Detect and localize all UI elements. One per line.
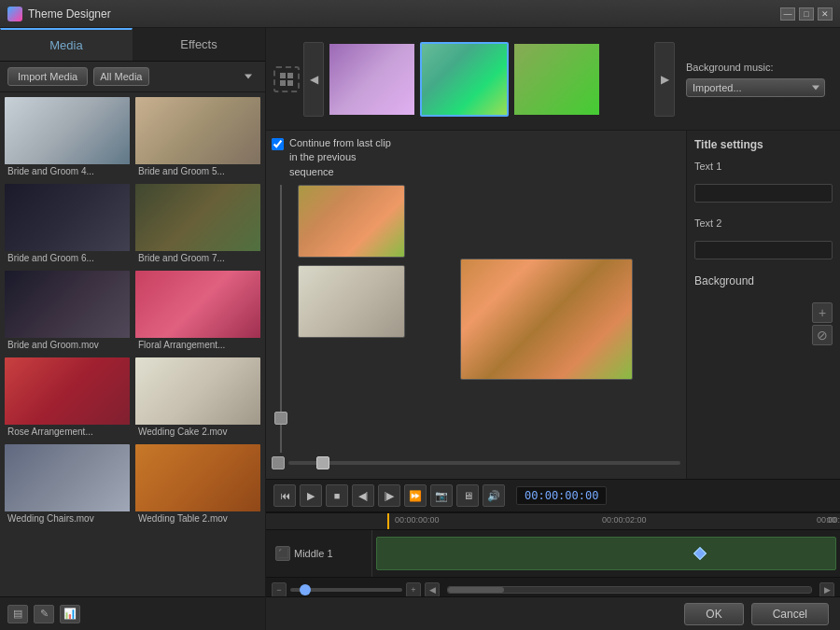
- h-slider-top-handle[interactable]: [272, 456, 285, 469]
- transport-bar: ⏮ ▶ ■ ◀| |▶ ⏩ 📷 🖥 🔊 00:00:00:00: [266, 479, 840, 512]
- background-remove-button[interactable]: ⊘: [812, 325, 833, 345]
- select-arrow-icon: [245, 75, 252, 79]
- svg-rect-3: [287, 80, 293, 86]
- timeline-left-button[interactable]: ◀: [425, 582, 440, 597]
- track-label: Middle 1: [294, 548, 333, 559]
- list-item[interactable]: Bride and Groom.mov: [4, 270, 131, 353]
- fast-forward-button[interactable]: ⏩: [404, 484, 427, 507]
- add-theme-button[interactable]: [273, 66, 300, 92]
- maximize-button[interactable]: □: [799, 7, 814, 21]
- media-item-label: Bride and Groom 4...: [5, 164, 130, 178]
- title-bar-left: Theme Designer: [7, 7, 111, 21]
- preview-area: [413, 185, 680, 453]
- text2-input[interactable]: [694, 241, 833, 259]
- theme-next-button[interactable]: ▶: [654, 42, 675, 117]
- close-button[interactable]: ✕: [818, 7, 833, 21]
- background-music-select[interactable]: Imported... None Custom: [686, 78, 825, 97]
- clip-thumb-dress[interactable]: [298, 265, 405, 338]
- add-to-timeline-button[interactable]: ▤: [7, 605, 28, 623]
- list-item[interactable]: Rose Arrangement...: [4, 357, 131, 440]
- text1-label: Text 1: [694, 161, 833, 172]
- background-music-section: Background music: Imported... None Custo…: [679, 56, 833, 103]
- list-item[interactable]: Bride and Groom 6...: [4, 183, 131, 266]
- stop-button[interactable]: ■: [326, 484, 348, 507]
- background-add-button[interactable]: +: [812, 302, 833, 323]
- list-item[interactable]: Bride and Groom 7...: [134, 183, 261, 266]
- right-panel: ◀ ▶ Background music: Imported...: [266, 28, 840, 630]
- text1-input[interactable]: [694, 184, 833, 203]
- edit-button[interactable]: ✎: [34, 605, 54, 623]
- tab-media[interactable]: Media: [0, 28, 133, 61]
- theme-thumb-1[interactable]: [328, 42, 416, 117]
- list-item[interactable]: Floral Arrangement...: [134, 270, 261, 353]
- cancel-button[interactable]: Cancel: [751, 603, 829, 625]
- play-button[interactable]: ▶: [300, 484, 322, 507]
- svg-rect-0: [280, 73, 286, 78]
- info-button[interactable]: 📊: [60, 605, 80, 623]
- horizontal-slider-track[interactable]: [288, 461, 680, 465]
- list-item[interactable]: Wedding Cake 2.mov: [134, 357, 261, 440]
- timeline-plus-button[interactable]: +: [406, 582, 421, 597]
- horizontal-slider-row: [272, 453, 680, 473]
- window-title: Theme Designer: [28, 7, 111, 21]
- filter-select-wrapper: All Media Video Photos Audio: [93, 67, 258, 86]
- list-item[interactable]: Wedding Table 2.mov: [134, 443, 261, 526]
- volume-button[interactable]: 🔊: [483, 484, 505, 507]
- vertical-slider-handle[interactable]: [274, 412, 287, 425]
- next-frame-button[interactable]: |▶: [378, 484, 400, 507]
- theme-thumbnails: [328, 42, 651, 117]
- timeline-area: 00:00:00:00 00:00:02:00 00:00:04:00 00 ⬛…: [266, 512, 840, 596]
- title-bar: Theme Designer — □ ✕: [0, 0, 840, 28]
- theme-strip: ◀ ▶ Background music: Imported...: [266, 28, 840, 131]
- timeline-scrollbar[interactable]: [447, 586, 812, 594]
- ruler-mark-end: 00: [827, 515, 836, 525]
- timeline-track-area: ⬛ Middle 1: [266, 530, 840, 577]
- filter-select[interactable]: All Media Video Photos Audio: [93, 67, 149, 86]
- list-item[interactable]: Bride and Groom 4...: [4, 96, 131, 179]
- clips-stack: [298, 185, 405, 453]
- timeline-scrollbar-thumb[interactable]: [448, 587, 504, 593]
- track-content[interactable]: [376, 537, 836, 570]
- timeline-right-button[interactable]: ▶: [819, 582, 834, 597]
- media-item-label: Floral Arrangement...: [135, 338, 260, 352]
- media-grid-container[interactable]: Bride and Groom 4... Bride and Groom 5..…: [0, 92, 265, 596]
- title-settings-label: Title settings: [694, 138, 833, 151]
- background-music-label: Background music:: [686, 62, 825, 73]
- background-label: Background: [694, 274, 833, 287]
- snapshot-button[interactable]: 📷: [430, 484, 453, 507]
- import-media-button[interactable]: Import Media: [7, 67, 88, 86]
- window-controls[interactable]: — □ ✕: [780, 7, 833, 21]
- continue-checkbox-row: Continue from last clipin the previousse…: [272, 136, 680, 179]
- minimize-button[interactable]: —: [780, 7, 795, 21]
- list-item[interactable]: Bride and Groom 5...: [134, 96, 261, 179]
- theme-thumb-2[interactable]: [420, 42, 509, 117]
- ruler-mark-0: 00:00:00:00: [395, 515, 440, 525]
- media-item-label: Wedding Cake 2.mov: [135, 425, 260, 439]
- media-item-label: Bride and Groom 5...: [135, 164, 260, 178]
- clip-thumb-flowers[interactable]: [298, 185, 405, 258]
- app-icon: [7, 7, 22, 21]
- theme-prev-button[interactable]: ◀: [303, 42, 324, 117]
- timeline-minus-button[interactable]: −: [272, 582, 287, 597]
- preview-image: [460, 259, 633, 380]
- zoom-slider-handle[interactable]: [300, 584, 311, 595]
- tab-effects[interactable]: Effects: [133, 28, 265, 61]
- ok-button[interactable]: OK: [684, 603, 743, 625]
- skip-to-start-button[interactable]: ⏮: [273, 484, 296, 507]
- left-bottom-bar: ▤ ✎ 📊: [0, 596, 265, 630]
- middle-content: Continue from last clipin the previousse…: [266, 131, 840, 479]
- list-item[interactable]: Wedding Chairs.mov: [4, 443, 131, 526]
- music-select-wrapper: Imported... None Custom: [686, 78, 825, 97]
- zoom-slider[interactable]: [290, 588, 402, 592]
- media-item-label: Bride and Groom 7...: [135, 251, 260, 265]
- track-keyframe: [693, 547, 707, 560]
- horizontal-slider-handle[interactable]: [316, 456, 329, 469]
- track-icon: ⬛: [275, 546, 290, 561]
- theme-thumb-3[interactable]: [512, 42, 601, 117]
- monitor-button[interactable]: 🖥: [456, 484, 479, 507]
- text2-label: Text 2: [694, 217, 833, 229]
- time-display: 00:00:00:00: [516, 486, 607, 505]
- media-toolbar: Import Media All Media Video Photos Audi…: [0, 62, 265, 92]
- continue-checkbox[interactable]: [272, 138, 284, 150]
- prev-frame-button[interactable]: ◀|: [352, 484, 374, 507]
